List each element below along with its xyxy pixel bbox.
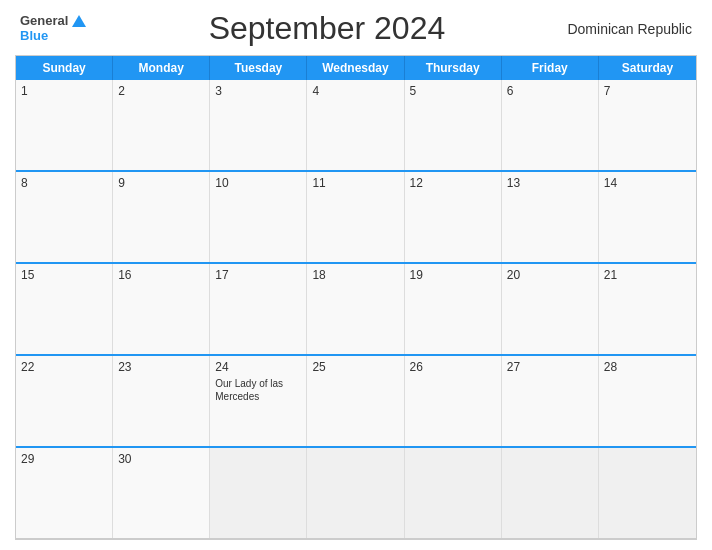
day-number: 21 [604, 268, 691, 282]
day-number: 15 [21, 268, 107, 282]
day-cell: 2 [113, 80, 210, 170]
day-number: 26 [410, 360, 496, 374]
day-cell: 23 [113, 356, 210, 446]
day-number: 22 [21, 360, 107, 374]
day-number: 30 [118, 452, 204, 466]
day-number: 27 [507, 360, 593, 374]
day-header-thursday: Thursday [405, 56, 502, 80]
day-cell: 6 [502, 80, 599, 170]
day-cell: 12 [405, 172, 502, 262]
day-number: 19 [410, 268, 496, 282]
day-cell: 26 [405, 356, 502, 446]
day-number: 16 [118, 268, 204, 282]
day-cell: 4 [307, 80, 404, 170]
day-cell: 16 [113, 264, 210, 354]
day-number: 23 [118, 360, 204, 374]
day-cell: 18 [307, 264, 404, 354]
week-row-4: 222324Our Lady of las Mercedes25262728 [16, 354, 696, 446]
day-cell: 24Our Lady of las Mercedes [210, 356, 307, 446]
day-cell [307, 448, 404, 538]
week-row-1: 1234567 [16, 80, 696, 170]
day-number: 1 [21, 84, 107, 98]
day-event: Our Lady of las Mercedes [215, 377, 301, 403]
day-number: 3 [215, 84, 301, 98]
country-label: Dominican Republic [567, 21, 692, 37]
day-number: 10 [215, 176, 301, 190]
day-cell: 28 [599, 356, 696, 446]
logo-general: General [20, 14, 68, 28]
day-number: 25 [312, 360, 398, 374]
day-number: 24 [215, 360, 301, 374]
day-cell: 9 [113, 172, 210, 262]
day-number: 7 [604, 84, 691, 98]
week-row-3: 15161718192021 [16, 262, 696, 354]
day-cell [599, 448, 696, 538]
day-header-tuesday: Tuesday [210, 56, 307, 80]
day-cell: 8 [16, 172, 113, 262]
logo: General Blue [20, 14, 86, 43]
day-headers-row: SundayMondayTuesdayWednesdayThursdayFrid… [16, 56, 696, 80]
calendar-grid: SundayMondayTuesdayWednesdayThursdayFrid… [15, 55, 697, 540]
day-number: 20 [507, 268, 593, 282]
day-number: 18 [312, 268, 398, 282]
month-title: September 2024 [209, 10, 446, 47]
logo-blue: Blue [20, 29, 48, 43]
day-cell: 7 [599, 80, 696, 170]
calendar-weeks: 123456789101112131415161718192021222324O… [16, 80, 696, 539]
day-header-sunday: Sunday [16, 56, 113, 80]
day-header-saturday: Saturday [599, 56, 696, 80]
day-number: 4 [312, 84, 398, 98]
day-cell [502, 448, 599, 538]
calendar-header: General Blue September 2024 Dominican Re… [15, 10, 697, 47]
day-cell: 15 [16, 264, 113, 354]
day-cell: 20 [502, 264, 599, 354]
day-number: 11 [312, 176, 398, 190]
logo-triangle-icon [72, 15, 86, 27]
week-row-2: 891011121314 [16, 170, 696, 262]
day-cell: 13 [502, 172, 599, 262]
day-cell: 14 [599, 172, 696, 262]
day-header-monday: Monday [113, 56, 210, 80]
day-cell: 22 [16, 356, 113, 446]
day-header-friday: Friday [502, 56, 599, 80]
day-number: 17 [215, 268, 301, 282]
day-number: 6 [507, 84, 593, 98]
day-cell [210, 448, 307, 538]
day-cell: 3 [210, 80, 307, 170]
week-row-5: 2930 [16, 446, 696, 539]
day-number: 12 [410, 176, 496, 190]
day-number: 28 [604, 360, 691, 374]
day-number: 5 [410, 84, 496, 98]
day-number: 13 [507, 176, 593, 190]
day-cell: 5 [405, 80, 502, 170]
day-cell: 21 [599, 264, 696, 354]
day-cell: 11 [307, 172, 404, 262]
calendar-container: General Blue September 2024 Dominican Re… [0, 0, 712, 550]
day-cell: 29 [16, 448, 113, 538]
day-cell: 27 [502, 356, 599, 446]
day-cell: 25 [307, 356, 404, 446]
day-number: 14 [604, 176, 691, 190]
day-number: 2 [118, 84, 204, 98]
day-cell: 19 [405, 264, 502, 354]
day-number: 9 [118, 176, 204, 190]
day-number: 29 [21, 452, 107, 466]
day-cell: 10 [210, 172, 307, 262]
day-number: 8 [21, 176, 107, 190]
day-header-wednesday: Wednesday [307, 56, 404, 80]
day-cell: 1 [16, 80, 113, 170]
day-cell: 30 [113, 448, 210, 538]
day-cell [405, 448, 502, 538]
day-cell: 17 [210, 264, 307, 354]
